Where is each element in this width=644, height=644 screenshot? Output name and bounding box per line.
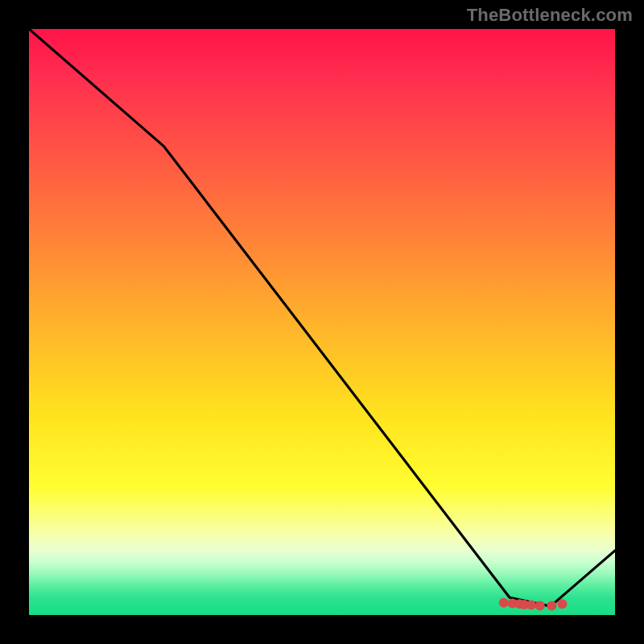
watermark-label: TheBottleneck.com: [467, 5, 633, 26]
marker-dot: [499, 598, 509, 608]
bottleneck-curve: [29, 29, 615, 606]
marker-dot: [558, 599, 568, 609]
curve-layer: [29, 29, 615, 615]
marker-dot: [526, 601, 536, 610]
plot-area: [29, 29, 615, 615]
marker-dot: [535, 601, 545, 610]
marker-dot: [547, 601, 556, 610]
chart-frame: TheBottleneck.com: [0, 0, 644, 644]
